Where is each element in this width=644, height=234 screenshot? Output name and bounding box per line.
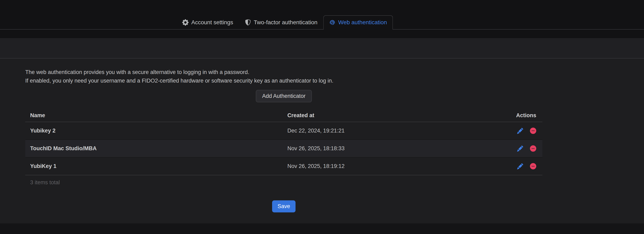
column-header-name: Name [30,112,288,119]
tab-label: Account settings [191,19,233,26]
pencil-icon [517,163,523,169]
web-authentication-panel: The web authentication provides you with… [0,59,644,223]
delete-button[interactable] [530,128,536,134]
edit-button[interactable] [517,146,523,152]
authenticator-name: YubiKey 1 [30,163,288,169]
tab-two-factor-authentication[interactable]: Two-factor authentication [239,15,324,30]
authenticators-table: Name Created at Actions Yubikey 2 Dec 22… [25,109,542,175]
tab-list: Account settings Two-factor authenticati… [176,15,393,30]
authenticator-name: TouchID Mac Studio/MBA [30,145,288,152]
authenticator-created-at: Nov 26, 2025, 18:19:12 [288,163,517,169]
save-button[interactable]: Save [272,200,296,212]
description-line-2: If enabled, you only need your username … [25,76,542,85]
header-spacer [0,30,644,38]
pencil-icon [517,128,523,134]
table-header-row: Name Created at Actions [25,109,542,122]
tab-label: Two-factor authentication [254,19,318,26]
add-authenticator-button[interactable]: Add Authenticator [256,90,312,102]
row-actions [517,128,536,134]
settings-page: Account settings Two-factor authenticati… [0,0,644,234]
panel-header-band [0,38,644,59]
fingerprint-icon [329,19,336,26]
shield-icon [245,19,251,26]
table-row: YubiKey 1 Nov 26, 2025, 18:19:12 [25,157,542,175]
authenticator-created-at: Dec 22, 2024, 19:21:21 [288,128,517,134]
description-line-1: The web authentication provides you with… [25,68,542,76]
authenticator-name: Yubikey 2 [30,128,288,134]
minus-circle-icon [530,163,536,169]
edit-button[interactable] [517,128,523,134]
row-actions [517,163,536,169]
page-footer [0,223,644,234]
tab-account-settings[interactable]: Account settings [176,15,239,30]
gear-icon [182,19,188,26]
delete-button[interactable] [530,163,536,169]
authenticator-created-at: Nov 26, 2025, 18:18:33 [288,145,517,152]
minus-circle-icon [530,128,536,134]
table-row: TouchID Mac Studio/MBA Nov 26, 2025, 18:… [25,139,542,157]
column-header-actions: Actions [516,112,536,119]
tab-label: Web authentication [338,19,387,26]
row-actions [517,145,536,152]
items-total-label: 3 items total [25,179,542,186]
pencil-icon [517,146,523,152]
edit-button[interactable] [517,163,523,169]
column-header-created-at: Created at [288,112,516,119]
delete-button[interactable] [530,145,536,152]
tab-web-authentication[interactable]: Web authentication [324,15,393,30]
minus-circle-icon [530,145,536,152]
table-row: Yubikey 2 Dec 22, 2024, 19:21:21 [25,122,542,139]
top-tab-bar: Account settings Two-factor authenticati… [0,0,644,30]
